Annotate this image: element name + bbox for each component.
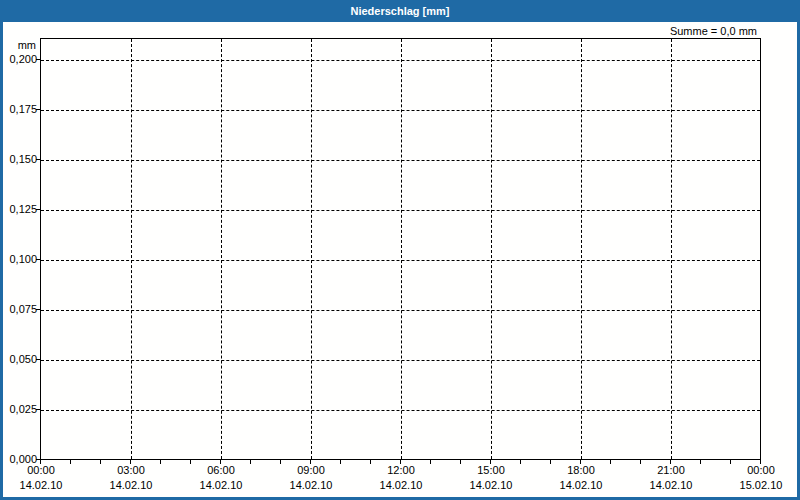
y-tick-label: 0,100 — [3, 253, 37, 265]
v-gridline — [491, 39, 492, 459]
x-axis-tick — [580, 460, 581, 464]
plot-area — [40, 38, 761, 460]
y-tick-label: 0,200 — [3, 53, 37, 65]
x-axis-tick — [70, 460, 71, 464]
x-tick-time-label: 15:00 — [460, 464, 522, 476]
x-axis-tick — [550, 460, 551, 464]
x-axis-tick — [400, 460, 401, 464]
window-titlebar: Niederschlag [mm] — [0, 0, 800, 22]
x-axis-tick — [430, 460, 431, 464]
y-tick-label: 0,075 — [3, 303, 37, 315]
v-gridline — [131, 39, 132, 459]
x-tick-time-label: 21:00 — [640, 464, 702, 476]
x-tick-date-label: 15.02.10 — [730, 479, 792, 491]
x-axis-tick — [520, 460, 521, 464]
x-tick-time-label: 12:00 — [370, 464, 432, 476]
x-axis-tick — [220, 460, 221, 464]
x-tick-date-label: 14.02.10 — [100, 479, 162, 491]
x-tick-date-label: 14.02.10 — [460, 479, 522, 491]
y-tick-label: 0,025 — [3, 403, 37, 415]
x-axis-tick — [160, 460, 161, 464]
window-title: Niederschlag [mm] — [350, 5, 449, 17]
x-axis-tick — [370, 460, 371, 464]
x-axis-tick — [340, 460, 341, 464]
x-tick-date-label: 14.02.10 — [10, 479, 72, 491]
x-axis-tick — [670, 460, 671, 464]
x-axis-tick — [250, 460, 251, 464]
x-axis-tick — [700, 460, 701, 464]
sum-annotation: Summe = 0,0 mm — [670, 25, 757, 37]
x-axis-tick — [130, 460, 131, 464]
x-tick-date-label: 14.02.10 — [280, 479, 342, 491]
x-tick-date-label: 14.02.10 — [190, 479, 252, 491]
x-axis-tick — [460, 460, 461, 464]
v-gridline — [401, 39, 402, 459]
x-axis-tick — [640, 460, 641, 464]
v-gridline — [671, 39, 672, 459]
y-axis-unit-label: mm — [3, 39, 36, 51]
x-tick-time-label: 06:00 — [190, 464, 252, 476]
x-tick-time-label: 00:00 — [10, 464, 72, 476]
y-tick-label: 0,175 — [3, 103, 37, 115]
x-tick-time-label: 18:00 — [550, 464, 612, 476]
x-tick-time-label: 03:00 — [100, 464, 162, 476]
y-tick-label: 0,150 — [3, 153, 37, 165]
x-tick-date-label: 14.02.10 — [550, 479, 612, 491]
x-tick-time-label: 00:00 — [730, 464, 792, 476]
x-tick-date-label: 14.02.10 — [640, 479, 702, 491]
x-tick-time-label: 09:00 — [280, 464, 342, 476]
v-gridline — [221, 39, 222, 459]
v-gridline — [581, 39, 582, 459]
chart-window: Niederschlag [mm] Summe = 0,0 mm mm 0,20… — [0, 0, 800, 500]
x-axis-tick — [280, 460, 281, 464]
y-tick-label: 0,125 — [3, 203, 37, 215]
x-axis-tick — [310, 460, 311, 464]
x-axis-tick — [760, 460, 761, 464]
v-gridline — [311, 39, 312, 459]
x-axis-tick — [730, 460, 731, 464]
x-axis-tick — [100, 460, 101, 464]
x-axis-tick — [190, 460, 191, 464]
x-axis-tick — [610, 460, 611, 464]
x-axis-tick — [490, 460, 491, 464]
x-axis-tick — [40, 460, 41, 464]
x-tick-date-label: 14.02.10 — [370, 479, 432, 491]
y-tick-label: 0,050 — [3, 353, 37, 365]
